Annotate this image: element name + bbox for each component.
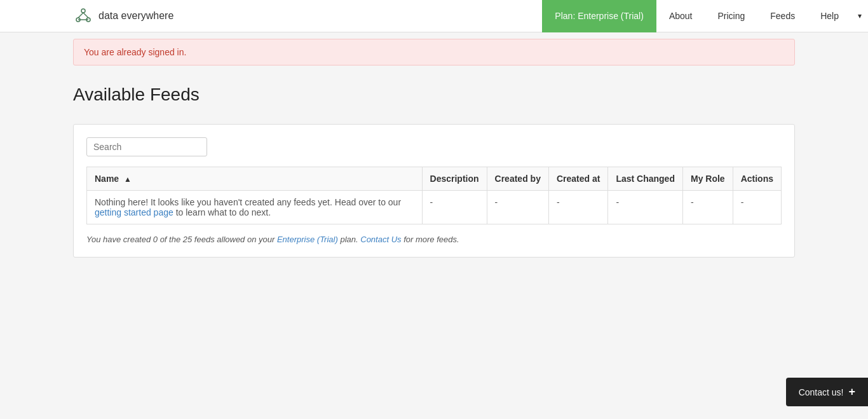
- alert-message: You are already signed in.: [84, 47, 186, 57]
- table-body: Nothing here! It looks like you haven't …: [87, 191, 782, 224]
- search-input[interactable]: [86, 137, 207, 156]
- nav-help-link[interactable]: Help: [808, 0, 851, 32]
- col-last-changed: Last Changed: [608, 167, 683, 191]
- nav-about-link[interactable]: About: [656, 0, 705, 32]
- col-created-at: Created at: [548, 167, 607, 191]
- brand-icon: [73, 6, 93, 26]
- col-name: Name ▲: [87, 167, 423, 191]
- empty-description-cell: -: [422, 191, 487, 224]
- svg-line-4: [83, 13, 88, 18]
- contact-us-inline-link[interactable]: Contact Us: [360, 235, 403, 244]
- getting-started-link[interactable]: getting started page: [95, 207, 176, 217]
- alert-banner: You are already signed in.: [73, 39, 795, 65]
- svg-line-3: [78, 13, 83, 18]
- empty-my-role-cell: -: [682, 191, 733, 224]
- nav-links: Plan: Enterprise (Trial) About Pricing F…: [542, 0, 868, 32]
- col-my-role: My Role: [682, 167, 733, 191]
- empty-last-changed-cell: -: [608, 191, 683, 224]
- brand-logo[interactable]: data everywhere: [73, 6, 173, 26]
- col-actions: Actions: [733, 167, 781, 191]
- table-header: Name ▲ Description Created by Created at…: [87, 167, 782, 191]
- brand-name: data everywhere: [98, 10, 173, 22]
- table-row-empty: Nothing here! It looks like you haven't …: [87, 191, 782, 224]
- nav-caret-icon: ▾: [851, 0, 868, 32]
- empty-actions-cell: -: [733, 191, 781, 224]
- empty-message-text: Nothing here! It looks like you haven't …: [95, 197, 401, 207]
- feed-count-note: You have created 0 of the 25 feeds allow…: [86, 235, 782, 244]
- page-title: Available Feeds: [73, 85, 795, 105]
- empty-created-at-cell: -: [548, 191, 607, 224]
- navbar: data everywhere Plan: Enterprise (Trial)…: [0, 0, 868, 32]
- col-description: Description: [422, 167, 487, 191]
- enterprise-trial-link[interactable]: Enterprise (Trial): [277, 235, 340, 244]
- col-created-by: Created by: [487, 167, 548, 191]
- empty-created-by-cell: -: [487, 191, 548, 224]
- sort-asc-icon: ▲: [124, 175, 132, 184]
- empty-message-suffix: to learn what to do next.: [176, 207, 271, 217]
- nav-plan-button[interactable]: Plan: Enterprise (Trial): [542, 0, 656, 32]
- svg-point-0: [81, 9, 85, 13]
- empty-message-cell: Nothing here! It looks like you haven't …: [87, 191, 423, 224]
- nav-feeds-link[interactable]: Feeds: [757, 0, 808, 32]
- nav-pricing-link[interactable]: Pricing: [705, 0, 757, 32]
- feeds-table: Name ▲ Description Created by Created at…: [86, 167, 782, 224]
- contact-us-button[interactable]: Contact us! +: [786, 378, 868, 383]
- main-content: Available Feeds Name ▲ Description Creat…: [73, 65, 795, 383]
- table-container: Name ▲ Description Created by Created at…: [73, 124, 795, 258]
